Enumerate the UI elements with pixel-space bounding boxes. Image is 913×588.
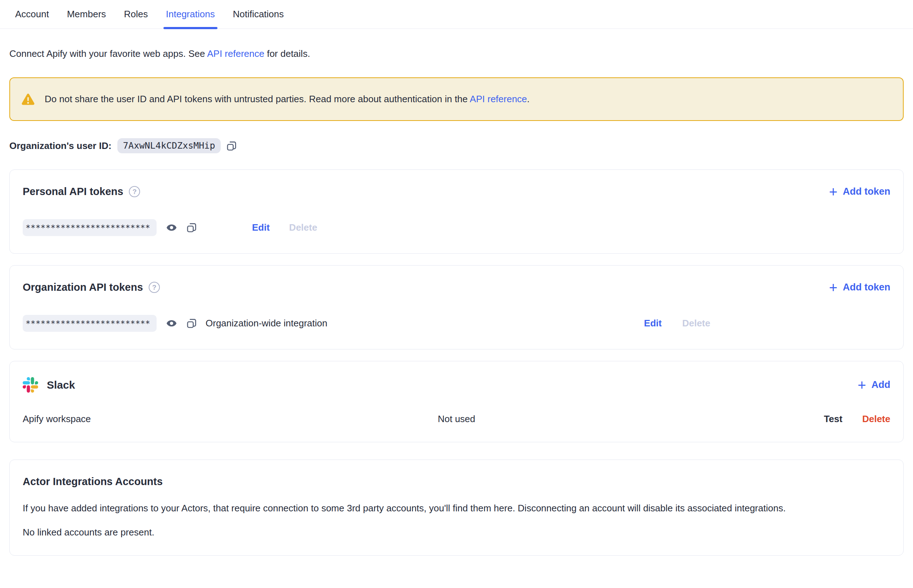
- delete-slack-button[interactable]: Delete: [862, 414, 890, 425]
- add-token-label: Add token: [843, 186, 890, 197]
- eye-icon: [166, 222, 177, 233]
- eye-icon: [166, 318, 177, 329]
- slack-workspace-row: Apify workspace Not used Test Delete: [23, 414, 890, 425]
- org-tokens-title: Organization API tokens ?: [23, 281, 160, 293]
- personal-tokens-title-text: Personal API tokens: [23, 186, 123, 197]
- personal-token-masked-value: *************************: [23, 219, 157, 236]
- slack-actions: Test Delete: [475, 414, 890, 425]
- warning-api-reference-link[interactable]: API reference: [470, 94, 527, 104]
- copy-icon: [186, 222, 197, 233]
- delete-personal-token-button[interactable]: Delete: [289, 222, 317, 233]
- warning-text: Do not share the user ID and API tokens …: [45, 94, 529, 105]
- intro-text: Connect Apify with your favorite web app…: [10, 48, 903, 60]
- edit-org-token-button[interactable]: Edit: [644, 318, 662, 329]
- test-slack-button[interactable]: Test: [824, 414, 842, 425]
- tab-roles[interactable]: Roles: [124, 7, 147, 28]
- plus-icon: +: [829, 283, 837, 292]
- org-token-row: ************************* Organiza: [23, 315, 890, 332]
- edit-personal-token-button[interactable]: Edit: [252, 222, 270, 233]
- warning-banner: Do not share the user ID and API tokens …: [10, 78, 903, 121]
- personal-api-tokens-card: Personal API tokens ? + Add token ******…: [10, 170, 903, 254]
- slack-header: Slack + Add: [23, 377, 890, 393]
- slack-card: Slack + Add Apify workspace Not used Tes…: [10, 361, 903, 442]
- api-reference-link[interactable]: API reference: [207, 48, 264, 59]
- tab-members[interactable]: Members: [67, 7, 106, 28]
- integrations-page: Connect Apify with your favorite web app…: [0, 48, 913, 556]
- slack-title-wrap: Slack: [23, 377, 75, 393]
- help-icon[interactable]: ?: [129, 186, 140, 197]
- add-label: Add: [872, 379, 890, 391]
- personal-tokens-header: Personal API tokens ? + Add token: [23, 186, 890, 197]
- show-personal-token-button[interactable]: [166, 222, 177, 233]
- tab-notifications[interactable]: Notifications: [233, 7, 284, 28]
- intro-text-pre: Connect Apify with your favorite web app…: [10, 48, 207, 59]
- actor-accounts-empty-state: No linked accounts are present.: [23, 527, 890, 538]
- slack-logo-icon: [23, 377, 38, 393]
- add-token-label: Add token: [843, 282, 890, 293]
- add-org-token-button[interactable]: + Add token: [829, 282, 890, 293]
- org-token-masked-value: *************************: [23, 315, 157, 332]
- slack-status: Not used: [438, 414, 475, 425]
- org-tokens-title-text: Organization API tokens: [23, 281, 143, 293]
- copy-personal-token-button[interactable]: [186, 222, 197, 233]
- actor-accounts-title-text: Actor Integrations Accounts: [23, 476, 163, 488]
- slack-title-text: Slack: [47, 379, 75, 391]
- org-tokens-header: Organization API tokens ? + Add token: [23, 281, 890, 293]
- help-icon[interactable]: ?: [149, 282, 160, 293]
- organization-user-id-row: Organization's user ID: 7AxwNL4kCDZxsMHi…: [10, 138, 903, 153]
- personal-tokens-title: Personal API tokens ?: [23, 186, 140, 197]
- warning-icon: [21, 92, 35, 107]
- copy-icon: [227, 141, 237, 151]
- delete-org-token-button[interactable]: Delete: [682, 318, 710, 329]
- user-id-value: 7AxwNL4kCDZxsMHip: [117, 138, 221, 153]
- copy-org-token-button[interactable]: [186, 318, 197, 328]
- copy-icon: [186, 318, 197, 328]
- add-slack-button[interactable]: + Add: [858, 379, 890, 391]
- personal-token-row: ************************* Edit: [23, 219, 890, 236]
- plus-icon: +: [829, 187, 837, 197]
- org-token-description: Organization-wide integration: [206, 318, 327, 329]
- warning-text-pre: Do not share the user ID and API tokens …: [45, 94, 470, 104]
- slack-workspace-name: Apify workspace: [23, 414, 438, 425]
- settings-tabbar: Account Members Roles Integrations Notif…: [0, 0, 913, 29]
- plus-icon: +: [858, 380, 866, 390]
- user-id-label: Organization's user ID:: [10, 141, 112, 152]
- intro-text-post: for details.: [264, 48, 310, 59]
- slack-title: Slack: [47, 379, 75, 391]
- warning-text-post: .: [527, 94, 529, 104]
- org-token-actions: Edit Delete: [644, 318, 710, 329]
- copy-user-id-button[interactable]: [227, 141, 237, 151]
- tab-account[interactable]: Account: [15, 7, 49, 28]
- actor-accounts-description: If you have added integrations to your A…: [23, 502, 890, 515]
- tab-integrations[interactable]: Integrations: [166, 7, 215, 28]
- actor-integrations-accounts-card: Actor Integrations Accounts If you have …: [10, 460, 903, 556]
- actor-accounts-title: Actor Integrations Accounts: [23, 476, 890, 488]
- add-personal-token-button[interactable]: + Add token: [829, 186, 890, 197]
- organization-api-tokens-card: Organization API tokens ? + Add token **…: [10, 265, 903, 349]
- show-org-token-button[interactable]: [166, 318, 177, 329]
